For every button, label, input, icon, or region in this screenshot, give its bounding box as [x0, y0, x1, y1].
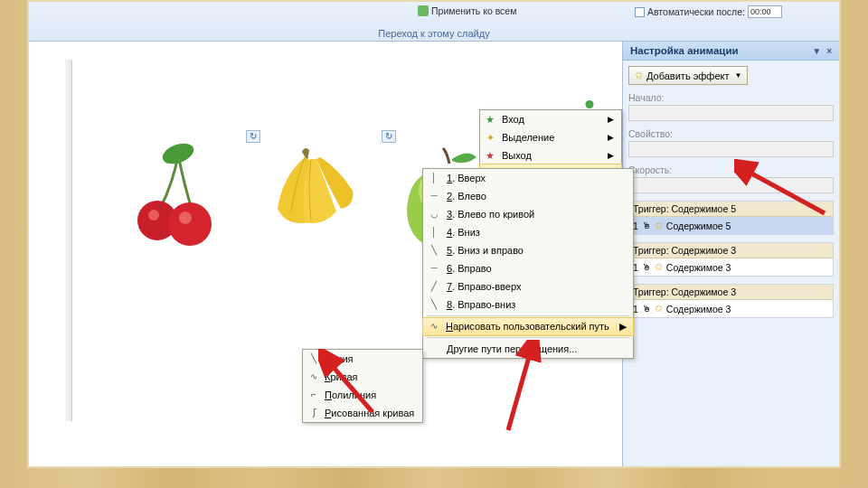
custom-path-label: Полилиния [325, 389, 376, 400]
motion-path-item[interactable]: ─6. Вправо [423, 259, 633, 277]
svg-point-2 [148, 210, 159, 221]
motion-path-item[interactable]: ╲8. Вправо-вниз [423, 296, 633, 314]
start-label: Начало: [628, 92, 665, 103]
trigger-group: Триггер: Содержимое 31🖱✩Содержимое 3 [628, 242, 834, 277]
path-icon: ◡ [428, 209, 440, 219]
path-icon: ─ [428, 263, 440, 273]
path-label: 5. Вниз и вправо [447, 245, 524, 256]
other-paths-item[interactable]: Другие пути перемещения... [423, 340, 633, 358]
motion-path-item[interactable]: ╱7. Вправо-вверх [423, 277, 633, 296]
apply-icon [418, 5, 429, 16]
custom-path-item[interactable]: ʃРисованная кривая [303, 404, 422, 422]
cherry-image[interactable] [128, 141, 228, 249]
close-icon[interactable]: × [826, 46, 832, 56]
speed-row: Скорость: [628, 164, 834, 193]
path-icon: ╲ [428, 245, 440, 255]
path-label: 2. Влево [447, 191, 486, 202]
property-dropdown[interactable] [628, 141, 834, 157]
category-label: Вход [502, 114, 524, 125]
task-pane-header: Настройка анимации ▼ × [623, 42, 839, 61]
trigger-header: Триггер: Содержимое 3 [629, 243, 833, 258]
add-effect-label: Добавить эффект [646, 70, 729, 81]
chevron-down-icon: ▼ [734, 71, 741, 80]
start-row: Начало: [628, 92, 834, 121]
property-row: Свойство: [628, 128, 834, 157]
motion-path-item[interactable]: ◡3. Влево по кривой [423, 205, 633, 223]
svg-point-3 [168, 202, 212, 246]
path-icon: ╱ [428, 281, 440, 291]
motion-path-menu: │1. Вверх─2. Влево◡3. Влево по кривой│4.… [422, 168, 634, 359]
mouse-icon: 🖱 [642, 262, 651, 272]
add-effect-button[interactable]: ✩ Добавить эффект ▼ [628, 66, 748, 85]
effect-category-item[interactable]: ✦Выделение▶ [480, 128, 621, 146]
path-icon: ╲ [428, 299, 440, 309]
auto-after-option[interactable]: Автоматически после: 00:00 [635, 5, 782, 18]
motion-path-item[interactable]: │1. Вверх [423, 169, 633, 187]
ribbon-section-label: Переход к этому слайду [378, 28, 489, 39]
star-icon: ✩ [655, 303, 663, 314]
shape-icon: ⌐ [307, 389, 320, 399]
path-label: 8. Вправо-вниз [447, 299, 515, 310]
animation-task-pane: Настройка анимации ▼ × ✩ Добавить эффект… [622, 42, 839, 466]
background: Применить ко всем Автоматически после: 0… [0, 0, 868, 488]
path-icon: ─ [428, 191, 440, 201]
trigger-item[interactable]: 1🖱✩Содержимое 5 [629, 217, 833, 234]
custom-path-item[interactable]: ⌐Полилиния [303, 386, 422, 404]
shape-icon: ∿ [307, 371, 320, 381]
star-icon: ✩ [655, 220, 663, 231]
category-label: Выделение [502, 132, 554, 143]
trigger-item[interactable]: 1🖱✩Содержимое 3 [629, 258, 833, 276]
task-pane-title: Настройка анимации [630, 45, 739, 56]
dropdown-arrow-icon[interactable]: ▼ [812, 46, 821, 56]
apply-label: Применить ко всем [431, 5, 516, 16]
path-label: 4. Вниз [447, 227, 480, 238]
path-label: 6. Вправо [447, 263, 492, 274]
trigger-item[interactable]: 1🖱✩Содержимое 3 [629, 300, 833, 317]
checkbox-icon[interactable] [635, 7, 645, 17]
task-pane-body: ✩ Добавить эффект ▼ Начало: Свойство: Ск… [623, 61, 839, 324]
trigger-group: Триггер: Содержимое 31🖱✩Содержимое 3 [628, 284, 834, 318]
separator [427, 337, 629, 338]
effect-category-item[interactable]: ★Выход▶ [480, 146, 621, 164]
separator [427, 315, 629, 316]
banana-image[interactable] [255, 141, 373, 240]
trigger-header: Триггер: Содержимое 5 [629, 202, 833, 217]
category-icon: ✦ [484, 132, 496, 144]
custom-path-label: Линия [325, 353, 354, 364]
path-icon: │ [428, 173, 440, 183]
draw-custom-path-item[interactable]: ∿Нарисовать пользовательский путь▶ [422, 317, 634, 336]
category-label: Выход [502, 150, 532, 161]
shape-icon: ʃ [307, 408, 320, 418]
chevron-right-icon: ▶ [608, 151, 614, 160]
effect-category-item[interactable]: ★Вход▶ [480, 110, 621, 128]
ribbon: Применить ко всем Автоматически после: 0… [29, 2, 839, 42]
motion-path-item[interactable]: ─2. Влево [423, 187, 633, 205]
auto-time-input[interactable]: 00:00 [748, 5, 782, 18]
app-window: Применить ко всем Автоматически после: 0… [27, 0, 841, 468]
svg-point-4 [179, 211, 192, 224]
mouse-icon: 🖱 [642, 221, 651, 230]
item-label: Содержимое 3 [666, 262, 731, 273]
path-label: 1. Вверх [447, 173, 486, 183]
apply-to-all-option[interactable]: Применить ко всем [418, 5, 516, 16]
category-icon: ★ [484, 114, 496, 126]
custom-path-label: Нарисовать пользовательский путь [446, 321, 609, 333]
property-label: Свойство: [628, 128, 673, 139]
star-icon: ✩ [635, 70, 643, 81]
path-label: 3. Влево по кривой [447, 209, 534, 220]
custom-path-item[interactable]: ╲Линия [303, 350, 422, 368]
trigger-header: Триггер: Содержимое 3 [629, 285, 833, 300]
start-dropdown[interactable] [628, 105, 834, 121]
chevron-right-icon: ▶ [608, 115, 614, 124]
custom-path-item[interactable]: ∿Кривая [303, 368, 422, 386]
main-area: Настройка анимации ▼ × ✩ Добавить эффект… [29, 42, 839, 466]
custom-path-icon: ∿ [428, 321, 440, 331]
chevron-right-icon: ▶ [619, 321, 627, 333]
motion-path-item[interactable]: │4. Вниз [423, 223, 633, 241]
mouse-icon: 🖱 [642, 304, 651, 314]
motion-path-item[interactable]: ╲5. Вниз и вправо [423, 241, 633, 259]
speed-dropdown[interactable] [628, 177, 834, 193]
custom-path-label: Кривая [325, 371, 357, 382]
rotate-handle[interactable] [586, 100, 594, 108]
item-label: Содержимое 3 [666, 304, 731, 314]
